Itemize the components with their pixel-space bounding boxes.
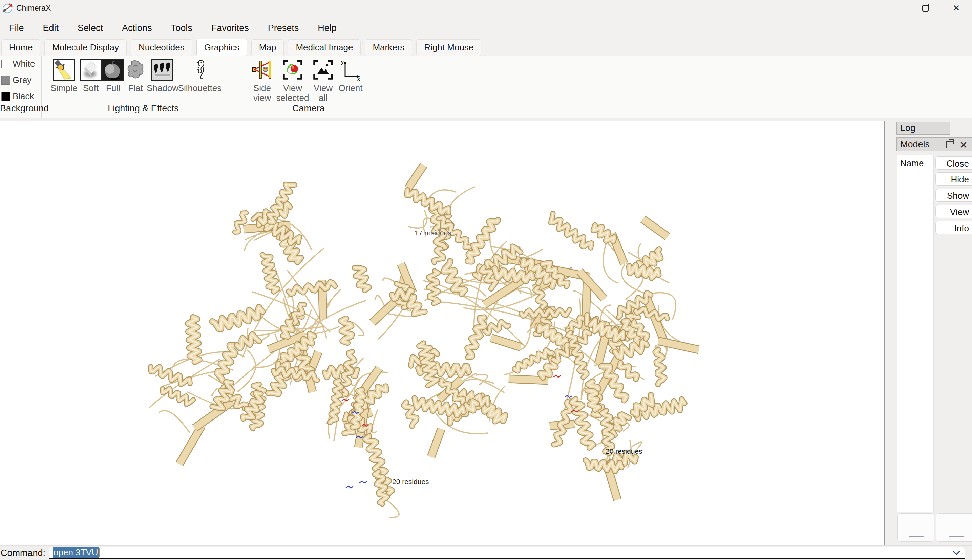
svg-text:y: y: [341, 59, 344, 65]
models-panel-titlebar[interactable]: Models ✕: [897, 137, 972, 151]
menu-favorites[interactable]: Favorites: [211, 23, 249, 33]
view-selected-icon: [282, 59, 303, 81]
menu-help[interactable]: Help: [318, 23, 337, 33]
tab-home[interactable]: Home: [2, 39, 40, 56]
name-column-header[interactable]: Name: [897, 155, 934, 172]
tab-graphics[interactable]: Graphics: [197, 38, 247, 56]
graphics-viewport[interactable]: 17 residues 20 residues 20 residues: [0, 121, 885, 546]
chevron-down-icon[interactable]: [952, 550, 960, 555]
soft-lighting-icon: [80, 59, 102, 81]
soft-lighting-label: Soft: [80, 83, 102, 93]
models-info-button[interactable]: Info: [935, 221, 972, 234]
command-bar: Command: open 3TVU: [0, 545, 972, 560]
restore-button[interactable]: [910, 0, 941, 16]
menu-presets[interactable]: Presets: [268, 23, 299, 33]
menu-tools[interactable]: Tools: [171, 23, 192, 33]
dash-icon: [909, 536, 924, 537]
right-tool-panel: Log Models ✕ Name Close Hide Show View I…: [884, 121, 972, 546]
command-input[interactable]: open 3TVU: [49, 547, 965, 558]
menu-select[interactable]: Select: [78, 23, 103, 33]
background-black-label: Black: [13, 91, 34, 102]
view-selected-label: View selected: [275, 83, 310, 103]
background-white-label: White: [13, 58, 35, 69]
command-selected-text: open 3TVU: [53, 547, 99, 558]
shadow-lighting-label: Shadow: [147, 83, 178, 93]
background-black-button[interactable]: Black: [2, 92, 41, 101]
tab-molecule-display[interactable]: Molecule Display: [44, 39, 127, 56]
protein-ribbon-structure: [0, 121, 885, 546]
flat-lighting-icon: [125, 59, 146, 81]
tab-nucleotides[interactable]: Nucleotides: [131, 39, 192, 56]
background-white-button[interactable]: White: [2, 59, 41, 68]
close-panel-icon[interactable]: ✕: [959, 140, 967, 150]
gray-swatch-icon: [2, 76, 10, 85]
window-title: ChimeraX: [16, 4, 51, 13]
ribbon-toolbar: White Gray Black Background Simple: [0, 56, 972, 118]
full-lighting-icon: [102, 59, 124, 81]
minimize-icon: [891, 8, 897, 8]
log-panel-label: Log: [900, 123, 915, 133]
menu-edit[interactable]: Edit: [43, 23, 59, 33]
float-panel-icon[interactable]: [946, 141, 954, 148]
view-all-label: View all: [310, 83, 336, 103]
background-gray-button[interactable]: Gray: [2, 75, 41, 85]
menu-file[interactable]: File: [9, 23, 24, 33]
restore-icon: [922, 5, 929, 12]
simple-lighting-icon: [53, 59, 75, 81]
tab-medical-image[interactable]: Medical Image: [288, 39, 361, 56]
background-group-label: Background: [0, 103, 41, 114]
orient-label: Orient: [336, 83, 365, 93]
models-view-button[interactable]: View: [935, 205, 972, 218]
lighting-effects-group: Simple Soft Full: [42, 56, 245, 118]
tab-right-mouse[interactable]: Right Mouse: [416, 39, 481, 56]
command-label: Command:: [1, 548, 45, 558]
silhouettes-seahorse-icon: [189, 59, 211, 81]
full-lighting-label: Full: [102, 83, 124, 93]
camera-group: Side view View selected View all: [245, 56, 372, 118]
menu-bar: File Edit Select Actions Tools Favorites…: [0, 16, 972, 40]
orient-axes-icon: y x: [340, 59, 361, 81]
models-show-button[interactable]: Show: [935, 188, 972, 202]
close-button[interactable]: ✕: [941, 0, 972, 16]
text-caret: [99, 548, 100, 557]
models-hide-button[interactable]: Hide: [935, 172, 972, 185]
flat-lighting-label: Flat: [124, 83, 147, 93]
window-controls: ✕: [879, 0, 972, 16]
panel-stub-button-left[interactable]: [897, 513, 934, 542]
residue-label-20-right: 20 residues: [605, 447, 642, 455]
view-all-icon: [312, 59, 334, 81]
simple-lighting-label: Simple: [48, 83, 80, 93]
log-panel-tab[interactable]: Log: [897, 122, 950, 135]
dash-icon: [949, 536, 964, 537]
tab-map[interactable]: Map: [251, 39, 284, 56]
models-panel-title: Models: [900, 139, 930, 150]
shadow-lighting-icon: [152, 59, 173, 81]
menu-actions[interactable]: Actions: [122, 23, 152, 33]
residue-label-20-bottom: 20 residues: [392, 478, 429, 486]
silhouettes-label: Silhouettes: [178, 83, 222, 93]
camera-group-label: Camera: [245, 103, 372, 114]
models-name-column: Name: [897, 155, 934, 512]
black-swatch-icon: [2, 92, 10, 101]
tab-markers[interactable]: Markers: [365, 39, 412, 56]
svg-text:x: x: [357, 76, 360, 81]
residue-label-17: 17 residues: [415, 229, 452, 237]
models-close-button[interactable]: Close: [935, 157, 972, 170]
minimize-button[interactable]: [879, 0, 910, 16]
side-view-icon: [251, 59, 273, 81]
side-view-label: Side view: [249, 83, 275, 103]
toolbar-tab-row: Home Molecule Display Nucleotides Graphi…: [0, 40, 972, 56]
close-icon: ✕: [953, 4, 960, 13]
white-swatch-icon: [2, 60, 10, 68]
title-bar: ChimeraX ✕: [0, 0, 972, 16]
background-group: White Gray Black Background: [0, 56, 42, 118]
background-gray-label: Gray: [13, 75, 32, 85]
lighting-group-label: Lighting & Effects: [42, 103, 245, 114]
chimerax-logo-icon: [2, 2, 13, 14]
panel-stub-button-right[interactable]: [936, 513, 972, 542]
